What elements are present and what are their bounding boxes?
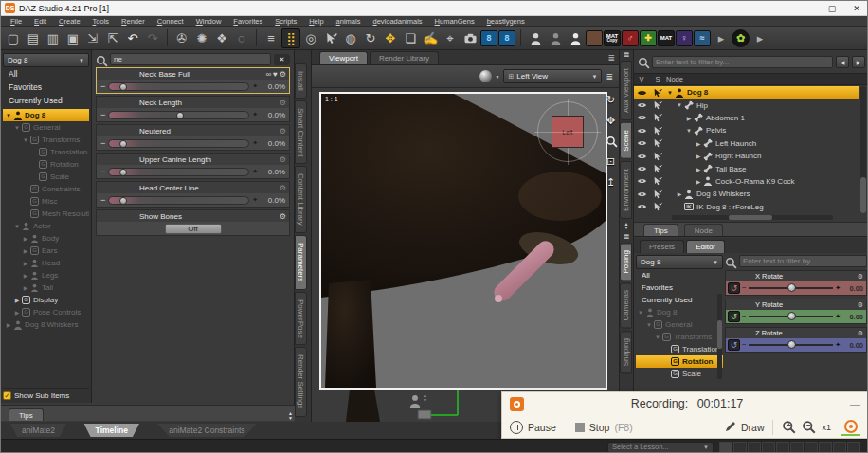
nudge-increase[interactable]: ✦: [835, 284, 841, 292]
tree-expand-icon[interactable]: ▶: [13, 297, 21, 303]
tree-expand-icon[interactable]: ▼: [22, 137, 29, 143]
slider-track[interactable]: [108, 168, 249, 176]
posing-list-scrollbar[interactable]: [717, 294, 722, 379]
zoom-out-icon[interactable]: −: [802, 420, 817, 435]
menu-humangens[interactable]: HumanGens: [429, 17, 480, 26]
nudge-decrease[interactable]: −: [100, 139, 105, 148]
menu-help[interactable]: Help: [303, 17, 329, 26]
create-primitive-icon[interactable]: ❖: [212, 28, 231, 48]
param-group-display[interactable]: ▶GDisplay: [3, 294, 89, 306]
scene-node-left-haunch[interactable]: ▶Left Haunch: [634, 137, 859, 150]
visibility-eye-icon[interactable]: [634, 139, 649, 147]
orbit-tool-icon[interactable]: ◎: [301, 28, 320, 48]
lesson-step-cell[interactable]: [733, 442, 747, 453]
visibility-eye-icon[interactable]: [634, 165, 649, 172]
slider-track[interactable]: [108, 139, 249, 148]
figure-gray-icon[interactable]: [546, 28, 565, 48]
slider-thumb[interactable]: [176, 112, 184, 119]
selectable-cursor-icon[interactable]: [649, 113, 666, 122]
gear-icon[interactable]: ⚙: [280, 184, 286, 192]
slider-value[interactable]: 0.00: [842, 313, 863, 321]
filter-item-currently-used[interactable]: Currently Used: [3, 94, 89, 107]
pose-figure-icon[interactable]: ▲▼: [408, 393, 422, 412]
stop-icon[interactable]: [575, 423, 585, 432]
merge-file-icon[interactable]: ▥: [44, 28, 63, 48]
slider-thumb[interactable]: [119, 83, 127, 91]
scroll-arrows-icon[interactable]: ▲▼: [288, 411, 293, 421]
viewport-layout-8-b-icon[interactable]: 8: [498, 30, 515, 46]
column-node[interactable]: Node: [666, 75, 683, 83]
tree-expand-icon[interactable]: ▼: [13, 224, 21, 229]
tab-presets[interactable]: Presets: [640, 240, 684, 253]
lesson-step-cell[interactable]: [719, 442, 732, 453]
tree-expand-icon[interactable]: ▼: [685, 128, 693, 134]
clear-search-icon[interactable]: ✕: [274, 54, 290, 65]
history-back-icon[interactable]: ◀: [836, 56, 849, 68]
posing-figure-selector[interactable]: Dog 8 ▼: [636, 255, 723, 269]
scene-node-dog-8-whiskers[interactable]: ▶Dog 8 Whiskers: [634, 188, 859, 200]
nudge-increase[interactable]: ✦: [835, 313, 841, 320]
menu-beastlygens[interactable]: beastlygens: [481, 17, 531, 26]
stop-button[interactable]: Stop: [589, 422, 610, 433]
tab-content-library[interactable]: Content Library: [295, 166, 307, 233]
new-document-icon[interactable]: ▢: [4, 28, 23, 48]
posing-group-scale[interactable]: GScale: [636, 368, 723, 380]
scene-node-ik-dog-8-rforeleg[interactable]: IKIK-Dog 8 : rForeLeg: [634, 201, 859, 213]
tab-aux-viewport[interactable]: Aux Viewport: [620, 61, 632, 120]
slider-thumb[interactable]: [119, 197, 127, 205]
tab-cameras[interactable]: Cameras: [620, 282, 632, 328]
scene-node-dog-8[interactable]: ▼Dog 8: [634, 86, 859, 99]
maximize-icon[interactable]: ▢: [820, 1, 844, 15]
lesson-step-cell[interactable]: [748, 442, 761, 453]
param-group-constraints[interactable]: GConstraints: [3, 183, 89, 195]
menu-connect[interactable]: Connect: [152, 17, 190, 26]
slider-track[interactable]: [108, 196, 249, 205]
figure-selector-dropdown[interactable]: Dog 8 ▼: [3, 53, 89, 67]
active-pose-tool-icon[interactable]: ✍: [421, 28, 440, 48]
column-visible[interactable]: V: [634, 75, 649, 83]
selectable-cursor-icon[interactable]: [649, 176, 666, 186]
create-camera-icon[interactable]: ✇: [172, 28, 191, 48]
slider-value[interactable]: 0.0%: [261, 196, 285, 205]
translate-tool-icon[interactable]: ✥: [381, 28, 400, 48]
tree-expand-icon[interactable]: ▶: [22, 272, 29, 279]
lesson-step-cell[interactable]: [776, 442, 789, 453]
gear-icon[interactable]: ⚙: [858, 273, 863, 281]
minimize-icon[interactable]: –: [795, 1, 820, 15]
drawstyle-dropdown-arrow-icon[interactable]: ▼: [496, 74, 500, 80]
tab-animate2-constraints[interactable]: aniMate2 Constraints: [157, 424, 256, 437]
tab-tips[interactable]: Tips: [9, 408, 44, 421]
menu-scripts[interactable]: Scripts: [269, 17, 302, 26]
param-group-dog-8[interactable]: ▼Dog 8: [3, 109, 89, 121]
pane-pin-icon[interactable]: ≣: [607, 53, 615, 63]
selectable-cursor-icon[interactable]: [649, 202, 666, 211]
tree-expand-icon[interactable]: ▶: [22, 284, 29, 291]
tab-posing[interactable]: Posing: [620, 243, 632, 281]
menu-edit[interactable]: Edit: [28, 17, 52, 26]
slider-thumb[interactable]: [119, 169, 127, 176]
scene-node-abdomen-1[interactable]: ▶Abdomen 1: [634, 112, 859, 124]
webcam-icon[interactable]: [841, 420, 860, 436]
slider-thumb[interactable]: [787, 312, 796, 320]
slider-value[interactable]: 0.0%: [261, 139, 285, 148]
slider-value[interactable]: 0.00: [842, 284, 863, 293]
tree-expand-icon[interactable]: ▶: [695, 140, 702, 147]
scene-outline-icon[interactable]: ≡: [262, 28, 280, 48]
param-group-dog-8-whiskers[interactable]: ▶Dog 8 Whiskers: [3, 318, 89, 331]
gear-icon[interactable]: ⚙: [858, 301, 863, 309]
scene-node-right-haunch[interactable]: ▶Right Haunch: [634, 150, 859, 162]
nudge-decrease[interactable]: −: [100, 168, 105, 176]
rotate-ball-tool-icon[interactable]: ◍: [341, 28, 360, 48]
param-group-legs[interactable]: ▶Legs: [3, 269, 89, 281]
portrait-preset-icon[interactable]: [586, 30, 603, 46]
undo-icon[interactable]: ↶: [123, 28, 142, 48]
scene-node-cock-o-rama-k9-cock[interactable]: ▶Cock-O-Rama K9 Cock: [634, 175, 859, 188]
tab-powerpose[interactable]: PowerPose: [295, 292, 307, 346]
mat-preset-icon[interactable]: MAT: [658, 30, 675, 46]
nudge-increase[interactable]: ✦: [252, 82, 258, 90]
param-group-general[interactable]: ▼GGeneral: [3, 121, 89, 134]
filter-item-all[interactable]: All: [3, 67, 89, 81]
beastlygens-button-icon[interactable]: ✿: [732, 29, 750, 47]
column-selectable[interactable]: S: [649, 75, 666, 83]
menu-tools[interactable]: Tools: [87, 17, 116, 26]
